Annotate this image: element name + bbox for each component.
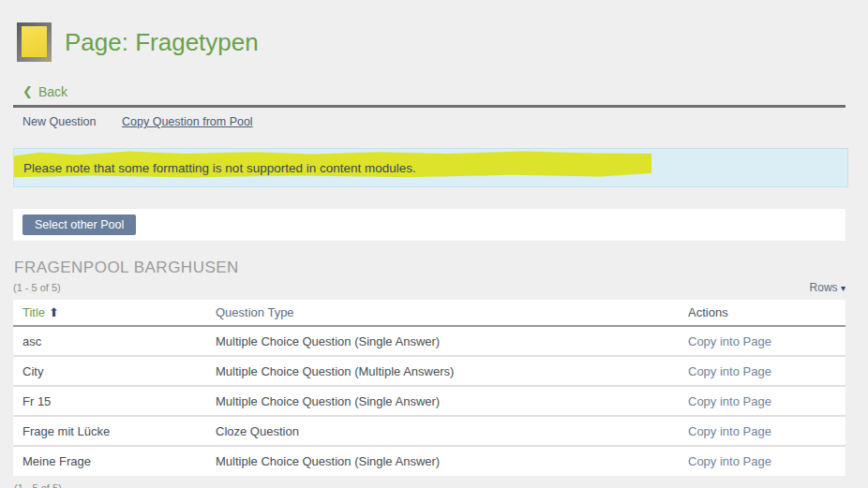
table-row: Frage mit Lücke Cloze Question Copy into… <box>13 416 846 446</box>
table-meta-row: (1 - 5 of 5) Rows ▾ <box>13 281 846 294</box>
rows-dropdown-label: Rows <box>810 281 838 294</box>
row-title: asc <box>13 326 206 356</box>
row-question-type: Multiple Choice Question (Single Answer) <box>206 446 679 476</box>
back-label: Back <box>38 84 67 99</box>
toolbar: New Question Copy Question from Pool <box>13 108 846 128</box>
copy-into-page-link[interactable]: Copy into Page <box>688 334 771 348</box>
table-title: FRAGENPOOL BARGHUSEN <box>13 259 846 277</box>
back-link[interactable]: ❮ Back <box>22 84 67 99</box>
table-row: City Multiple Choice Question (Multiple … <box>13 356 846 386</box>
select-other-pool-button[interactable]: Select other Pool <box>22 214 136 235</box>
page-title: Page: Fragetypen <box>65 28 259 57</box>
column-header-question-type: Question Type <box>216 305 294 319</box>
column-header-title[interactable]: Title <box>22 305 45 319</box>
row-title: City <box>13 356 206 386</box>
question-table: Title⬆ Question Type Actions asc Multipl… <box>13 300 846 476</box>
back-row: ❮ Back <box>13 82 846 99</box>
rows-dropdown[interactable]: Rows ▾ <box>810 281 846 294</box>
row-title: Frage mit Lücke <box>13 416 206 446</box>
row-question-type: Multiple Choice Question (Multiple Answe… <box>206 356 679 386</box>
copy-into-page-link[interactable]: Copy into Page <box>688 364 771 378</box>
copy-question-from-pool-link[interactable]: Copy Question from Pool <box>122 115 253 128</box>
chevron-left-icon: ❮ <box>22 84 33 98</box>
row-title: Meine Frage <box>13 446 206 476</box>
copy-into-page-link[interactable]: Copy into Page <box>688 394 771 408</box>
new-question-link[interactable]: New Question <box>22 115 97 128</box>
row-question-type: Multiple Choice Question (Single Answer) <box>206 326 679 356</box>
row-question-type: Cloze Question <box>206 416 679 446</box>
row-title: Fr 15 <box>13 386 206 416</box>
page-header: Page: Fragetypen <box>17 22 846 62</box>
column-header-actions: Actions <box>688 305 728 319</box>
page-type-icon-fill <box>22 26 47 57</box>
info-message-text: Please note that some formatting is not … <box>23 161 416 175</box>
table-header-row: Title⬆ Question Type Actions <box>13 300 846 326</box>
table-row: Fr 15 Multiple Choice Question (Single A… <box>13 386 846 416</box>
pagination-top: (1 - 5 of 5) <box>13 282 61 293</box>
pool-button-panel: Select other Pool <box>13 209 846 241</box>
copy-into-page-link[interactable]: Copy into Page <box>688 424 771 438</box>
row-question-type: Multiple Choice Question (Single Answer) <box>206 386 679 416</box>
table-row: asc Multiple Choice Question (Single Ans… <box>13 326 846 356</box>
copy-into-page-link[interactable]: Copy into Page <box>688 454 771 468</box>
info-message-box: Please note that some formatting is not … <box>13 148 848 187</box>
chevron-down-icon: ▾ <box>841 283 846 293</box>
pagination-bottom: (1 - 5 of 5) <box>13 482 846 488</box>
sort-ascending-icon[interactable]: ⬆ <box>49 305 59 319</box>
page-type-icon <box>17 22 52 62</box>
table-row: Meine Frage Multiple Choice Question (Si… <box>13 446 846 476</box>
